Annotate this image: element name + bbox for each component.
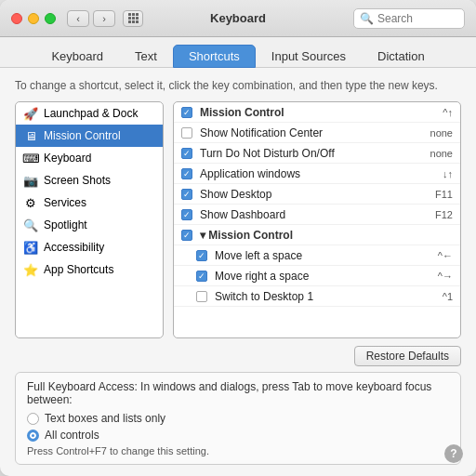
shortcut-key-9: ^1	[443, 291, 453, 302]
sidebar-label-services: Services	[44, 196, 86, 209]
shortcut-key-5: F12	[435, 209, 453, 220]
spotlight-icon: 🔍	[23, 218, 38, 232]
tab-text[interactable]: Text	[119, 45, 173, 68]
checkbox-2[interactable]: ✓	[181, 148, 192, 159]
shortcut-label-1: Show Notification Center	[200, 126, 423, 139]
sidebar-item-spotlight[interactable]: 🔍 Spotlight	[16, 214, 163, 236]
window: ‹ › Keyboard 🔍 Keyboard Text Shortcuts I…	[0, 0, 476, 476]
shortcut-row-1[interactable]: Show Notification Center none	[174, 123, 460, 143]
grid-button[interactable]	[123, 10, 143, 27]
grid-icon	[128, 13, 139, 23]
mission-icon: 🖥	[23, 128, 38, 143]
checkbox-0[interactable]: ✓	[181, 107, 192, 118]
shortcut-row-5[interactable]: ✓ Show Dashboard F12	[174, 205, 460, 225]
checkbox-6[interactable]: ✓	[181, 230, 192, 241]
bottom-area: Restore Defaults Full Keyboard Access: I…	[15, 346, 461, 465]
shortcut-row-6[interactable]: ✓ ▾ Mission Control	[174, 225, 460, 245]
accessibility-icon: ♿	[23, 240, 38, 255]
help-button[interactable]: ?	[444, 444, 463, 463]
fka-title: Full Keyboard Access: In windows and dia…	[27, 380, 449, 406]
tabs-bar: Keyboard Text Shortcuts Input Sources Di…	[0, 37, 476, 68]
forward-button[interactable]: ›	[93, 10, 115, 27]
screenshots-icon: 📷	[23, 173, 38, 188]
shortcut-label-8: Move right a space	[215, 270, 430, 283]
checkbox-8[interactable]: ✓	[196, 271, 207, 282]
shortcut-label-4: Show Desktop	[200, 188, 428, 201]
shortcut-label-7: Move left a space	[215, 249, 430, 262]
search-box[interactable]: 🔍	[353, 8, 465, 29]
services-icon: ⚙	[23, 195, 38, 210]
checkbox-7[interactable]: ✓	[196, 250, 207, 261]
radio-row-text-only[interactable]: Text boxes and lists only	[27, 412, 449, 425]
checkbox-1[interactable]	[181, 127, 192, 139]
sidebar-item-app-shortcuts[interactable]: ⭐ App Shortcuts	[16, 258, 163, 281]
launchpad-icon: 🚀	[23, 106, 38, 121]
shortcut-key-8: ^→	[438, 271, 453, 282]
restore-defaults-button[interactable]: Restore Defaults	[354, 346, 461, 366]
sidebar-list: 🚀 Launchpad & Dock 🖥 Mission Control ⌨ K…	[15, 101, 164, 338]
shortcut-key-7: ^←	[438, 250, 453, 261]
search-input[interactable]	[377, 12, 458, 25]
close-button[interactable]	[11, 13, 22, 24]
keyboard-icon: ⌨	[23, 151, 38, 165]
sidebar-label-mission: Mission Control	[44, 129, 121, 142]
sidebar-item-services[interactable]: ⚙ Services	[16, 192, 163, 214]
sidebar-item-accessibility[interactable]: ♿ Accessibility	[16, 236, 163, 258]
checkbox-5[interactable]: ✓	[181, 209, 192, 220]
tab-dictation[interactable]: Dictation	[362, 45, 441, 68]
radio-label-text-only: Text boxes and lists only	[45, 412, 165, 425]
shortcut-row-4[interactable]: ✓ Show Desktop F11	[174, 184, 460, 205]
nav-buttons: ‹ ›	[67, 10, 115, 27]
radio-text-only[interactable]	[27, 413, 39, 425]
sidebar-label-accessibility: Accessibility	[44, 241, 104, 254]
shortcut-label-9: Switch to Desktop 1	[215, 290, 435, 303]
checkbox-9[interactable]	[196, 291, 207, 302]
shortcut-row-0[interactable]: ✓ Mission Control ^↑	[174, 102, 460, 123]
shortcuts-panel: ✓ Mission Control ^↑ Show Notification C…	[173, 101, 461, 338]
window-title: Keyboard	[210, 11, 266, 25]
sidebar-label-app-shortcuts: App Shortcuts	[44, 263, 113, 276]
tab-keyboard[interactable]: Keyboard	[35, 45, 119, 68]
checkbox-4[interactable]: ✓	[181, 189, 192, 200]
shortcut-row-7[interactable]: ✓ Move left a space ^←	[174, 245, 460, 266]
sidebar-item-mission[interactable]: 🖥 Mission Control	[16, 125, 163, 147]
traffic-lights	[11, 13, 56, 24]
fka-section: Full Keyboard Access: In windows and dia…	[15, 372, 461, 465]
tab-shortcuts[interactable]: Shortcuts	[173, 45, 256, 68]
shortcut-label-0: Mission Control	[200, 106, 435, 119]
shortcut-key-3: ↓↑	[443, 168, 453, 179]
shortcut-key-2: none	[430, 148, 453, 159]
app-shortcuts-icon: ⭐	[23, 262, 38, 277]
shortcut-row-8[interactable]: ✓ Move right a space ^→	[174, 266, 460, 286]
shortcut-key-0: ^↑	[443, 107, 453, 118]
radio-label-all-controls: All controls	[45, 429, 99, 442]
tab-input-sources[interactable]: Input Sources	[256, 45, 362, 68]
shortcut-row-3[interactable]: ✓ Application windows ↓↑	[174, 164, 460, 184]
hint-text: To change a shortcut, select it, click t…	[15, 79, 461, 92]
fka-hint: Press Control+F7 to change this setting.	[27, 445, 449, 456]
shortcut-key-1: none	[430, 127, 453, 139]
content: To change a shortcut, select it, click t…	[0, 68, 476, 476]
main-panel: 🚀 Launchpad & Dock 🖥 Mission Control ⌨ K…	[15, 101, 461, 338]
sidebar-label-screenshots: Screen Shots	[44, 174, 111, 187]
shortcut-label-3: Application windows	[200, 167, 435, 180]
radio-row-all-controls[interactable]: All controls	[27, 429, 449, 442]
shortcut-row-2[interactable]: ✓ Turn Do Not Disturb On/Off none	[174, 143, 460, 164]
checkbox-3[interactable]: ✓	[181, 168, 192, 179]
shortcut-row-9[interactable]: Switch to Desktop 1 ^1	[174, 286, 460, 307]
shortcut-key-4: F11	[435, 189, 453, 200]
sidebar-label-launchpad: Launchpad & Dock	[44, 107, 138, 120]
shortcut-label-5: Show Dashboard	[200, 208, 428, 221]
sidebar-item-screenshots[interactable]: 📷 Screen Shots	[16, 169, 163, 192]
radio-all-controls[interactable]	[27, 430, 39, 442]
sidebar-item-launchpad[interactable]: 🚀 Launchpad & Dock	[16, 102, 163, 125]
titlebar: ‹ › Keyboard 🔍	[0, 0, 476, 37]
sidebar-label-spotlight: Spotlight	[44, 218, 87, 231]
sidebar-label-keyboard: Keyboard	[44, 152, 91, 165]
maximize-button[interactable]	[45, 13, 56, 24]
back-button[interactable]: ‹	[67, 10, 89, 27]
sidebar-item-keyboard[interactable]: ⌨ Keyboard	[16, 147, 163, 169]
shortcut-label-6: ▾ Mission Control	[200, 229, 445, 242]
minimize-button[interactable]	[28, 13, 39, 24]
restore-row: Restore Defaults	[15, 346, 461, 366]
